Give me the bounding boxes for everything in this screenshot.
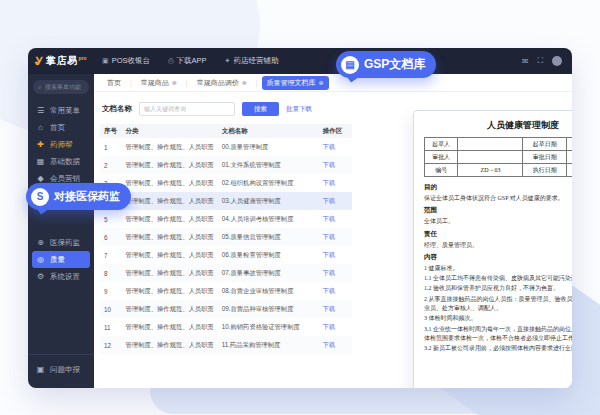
meta-label: 起草人	[425, 138, 458, 151]
cell-seq: 9	[100, 282, 122, 300]
table-row[interactable]: 3管理制度、操作规范、人员职责02.组织机构设置管理制度下载	[100, 174, 352, 192]
close-icon[interactable]: ⊗	[319, 79, 324, 86]
gsp-doc-library-badge[interactable]: ▤ GSP文档库	[336, 51, 436, 78]
cell-doc-name: 01.文件系统管理制度	[218, 156, 319, 174]
download-link[interactable]: 下载	[319, 336, 352, 354]
table-row[interactable]: 7管理制度、操作规范、人员职责06.质量检查管理制度下载	[100, 246, 352, 264]
tab-常规商品[interactable]: 常规商品⊗	[136, 76, 182, 90]
top-nav-item-label: POS收银台	[112, 56, 150, 66]
keyword-input[interactable]	[139, 102, 235, 116]
cell-seq: 12	[100, 336, 122, 354]
fullscreen-icon[interactable]: ⛶	[537, 56, 543, 66]
tab-首页[interactable]: 首页	[102, 76, 126, 90]
top-nav-item[interactable]: ▣POS收银台	[102, 56, 150, 66]
table-row[interactable]: 9管理制度、操作规范、人员职责08.首营企业审核管理制度下载	[100, 282, 352, 300]
insurance-logo-icon: S	[31, 188, 49, 206]
download-link[interactable]: 下载	[319, 156, 352, 174]
sidebar-item-label: 医保药监	[50, 238, 80, 248]
search-icon: ⌕	[38, 83, 42, 91]
cell-doc-name: 10.购销药资格验证管理制度	[218, 318, 319, 336]
sidebar-item[interactable]: ⚙系统设置	[28, 268, 94, 285]
download-link[interactable]: 下载	[319, 282, 352, 300]
cell-doc-name: 09.首营品种审核管理制度	[218, 300, 319, 318]
document-title: 人员健康管理制度	[424, 119, 572, 132]
download-link[interactable]: 下载	[319, 318, 352, 336]
batch-download-link[interactable]: 批量下载	[286, 105, 312, 114]
table-row[interactable]: 12管理制度、操作规范、人员职责11.药品采购管理制度下载	[100, 336, 352, 354]
sidebar-item[interactable]: ⌂首页	[28, 119, 94, 136]
nav-item-icon: ▣	[102, 57, 109, 65]
meta-value: 年 月 日	[566, 151, 572, 164]
table-row[interactable]: 5管理制度、操作规范、人员职责04.人员培训考核管理制度下载	[100, 210, 352, 228]
sidebar-item-label: 会员营销	[50, 174, 80, 184]
section-heading: 内容	[424, 253, 572, 262]
download-link[interactable]: 下载	[319, 228, 352, 246]
download-link[interactable]: 下载	[319, 210, 352, 228]
table-row[interactable]: 11管理制度、操作规范、人员职责10.购销药资格验证管理制度下载	[100, 318, 352, 336]
app-logo[interactable]: Ꮍ 掌店易 pro	[28, 54, 94, 68]
logo-text: 掌店易	[46, 54, 78, 68]
sidebar-item-issue-report[interactable]: ▣ 问题申报	[28, 361, 94, 378]
sidebar-search[interactable]: ⌕	[33, 80, 89, 94]
meta-label: 审批日期	[523, 151, 566, 164]
top-nav-item[interactable]: ⎙下载APP	[168, 56, 207, 66]
download-link[interactable]: 下载	[319, 138, 352, 156]
document-icon: ▤	[341, 56, 359, 74]
tab-label: 常规商品	[141, 78, 169, 88]
download-link[interactable]: 下载	[319, 264, 352, 282]
cell-category: 管理制度、操作规范、人员职责	[122, 210, 218, 228]
logo-y-icon: Ꮍ	[35, 55, 43, 68]
search-button[interactable]: 搜索	[242, 102, 279, 116]
sidebar-item[interactable]: ✚药师帮	[28, 136, 94, 153]
message-icon[interactable]: ✉	[522, 57, 529, 66]
cell-category: 管理制度、操作规范、人员职责	[122, 174, 218, 192]
sidebar-item-label: 质量	[50, 255, 65, 265]
download-link[interactable]: 下载	[319, 174, 352, 192]
download-link[interactable]: 下载	[319, 192, 352, 210]
tab-label: 质量管理文档库	[267, 78, 316, 88]
documents-table: 序号 分类 文档名称 操作区 1管理制度、操作规范、人员职责00.质量管理制度下…	[100, 124, 352, 354]
topbar-right: ✉ ⛶	[522, 56, 572, 66]
sidebar-item[interactable]: ☰常用菜单	[28, 102, 94, 119]
tab-质量管理文档库[interactable]: 质量管理文档库⊗	[262, 76, 329, 90]
pharmacist-icon: ✚	[36, 140, 45, 149]
document-preview-panel: 人员健康管理制度 起草人起草日期年 月 日审批人审批日期年 月 日编号ZD－03…	[413, 110, 572, 388]
table-row[interactable]: 4管理制度、操作规范、人员职责03.人员健康管理制度下载	[100, 192, 352, 210]
download-link[interactable]: 下载	[319, 300, 352, 318]
section-paragraph: 3 体检时间和频次。	[424, 314, 572, 323]
logo-pro-badge: pro	[79, 55, 87, 61]
table-row[interactable]: 10管理制度、操作规范、人员职责09.首营品种审核管理制度下载	[100, 300, 352, 318]
section-paragraph: 经理、质量管理员。	[424, 241, 572, 250]
meta-value: ZD－03	[458, 164, 523, 177]
sidebar-item[interactable]: ⊕医保药监	[28, 234, 94, 251]
top-nav-item[interactable]: ✦药店经营辅助	[225, 56, 279, 66]
close-icon[interactable]: ⊗	[242, 79, 247, 86]
top-nav-item-label: 下载APP	[177, 56, 207, 66]
table-row[interactable]: 1管理制度、操作规范、人员职责00.质量管理制度下载	[100, 138, 352, 156]
avatar[interactable]	[552, 56, 562, 66]
cell-seq: 6	[100, 228, 122, 246]
sidebar-item[interactable]: ◎质量	[32, 251, 90, 268]
table-row[interactable]: 8管理制度、操作规范、人员职责07.质量事故管理制度下载	[100, 264, 352, 282]
sidebar-item-label: 问题申报	[50, 365, 80, 375]
meta-value: 年 月 日	[566, 164, 572, 177]
sidebar-item[interactable]: ▦基础数据	[28, 153, 94, 170]
table-row[interactable]: 6管理制度、操作规范、人员职责05.质量信息管理制度下载	[100, 228, 352, 246]
meta-row: 编号ZD－03执行日期年 月 日	[425, 164, 573, 177]
cell-doc-name: 03.人员健康管理制度	[218, 192, 319, 210]
cell-category: 管理制度、操作规范、人员职责	[122, 264, 218, 282]
medical-insurance-badge[interactable]: S 对接医保药监	[26, 183, 131, 210]
download-link[interactable]: 下载	[319, 246, 352, 264]
close-icon[interactable]: ⊗	[172, 79, 177, 86]
col-header-category: 分类	[122, 124, 218, 138]
tab-bar: 首页|常规商品⊗|常规商品调价⊗|质量管理文档库⊗	[94, 74, 572, 92]
meta-label: 执行日期	[523, 164, 566, 177]
sidebar-search-input[interactable]	[45, 84, 87, 90]
cell-category: 管理制度、操作规范、人员职责	[122, 228, 218, 246]
quality-icon: ◎	[36, 255, 45, 264]
tab-常规商品调价[interactable]: 常规商品调价⊗	[192, 76, 252, 90]
col-header-name: 文档名称	[218, 124, 319, 138]
cell-category: 管理制度、操作规范、人员职责	[122, 336, 218, 354]
tab-label: 首页	[107, 78, 121, 88]
table-row[interactable]: 2管理制度、操作规范、人员职责01.文件系统管理制度下载	[100, 156, 352, 174]
